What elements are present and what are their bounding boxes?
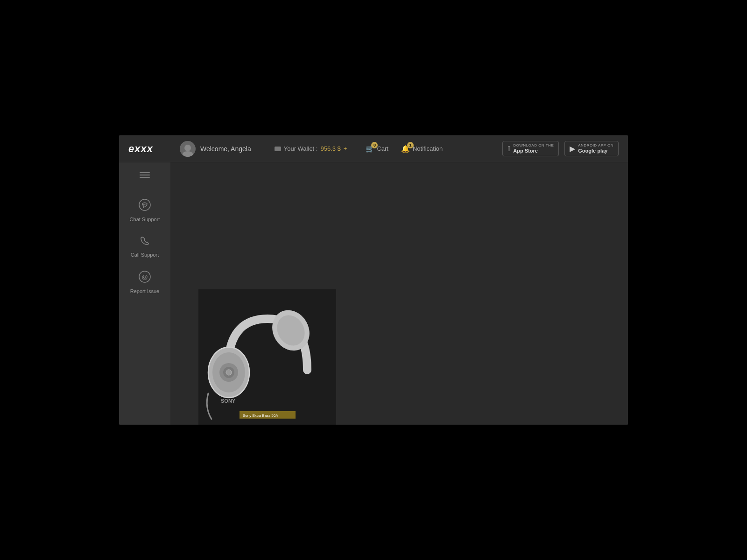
call-support-label: Call Support: [131, 252, 159, 258]
app-store-name: App Store: [513, 148, 554, 154]
report-issue-icon: @: [139, 271, 151, 286]
notification-button[interactable]: 🔔 1 Notification: [402, 145, 443, 153]
apple-icon: : [507, 145, 510, 153]
svg-point-1: [143, 204, 144, 205]
google-play-name: Google play: [578, 148, 613, 154]
app-window: exxx Welcome, Angela Your Wallet : 956.3…: [119, 135, 628, 425]
hamburger-line-3: [140, 177, 150, 178]
header: exxx Welcome, Angela Your Wallet : 956.3…: [119, 135, 628, 162]
cart-icon: 🛒 0: [366, 145, 374, 153]
chat-support-label: Chat Support: [130, 217, 160, 222]
sidebar-item-call-support[interactable]: Call Support: [119, 229, 170, 264]
svg-text:@: @: [141, 273, 148, 280]
notification-icon: 🔔 1: [402, 145, 410, 153]
hamburger-menu[interactable]: [140, 172, 150, 178]
cart-label: Cart: [377, 145, 388, 152]
google-play-icon: ▶: [570, 144, 575, 153]
header-user: Welcome, Angela Your Wallet : 956.3 $ + …: [180, 141, 502, 157]
svg-point-3: [146, 204, 147, 205]
header-actions: 🛒 0 Cart 🔔 1 Notification: [366, 145, 443, 153]
sidebar: Chat Support Call Support @ Report I: [119, 162, 170, 425]
wallet-amount: 956.3 $: [320, 145, 340, 152]
main-body: Chat Support Call Support @ Report I: [119, 162, 628, 425]
notification-label: Notification: [413, 145, 443, 152]
sidebar-item-report-issue[interactable]: @ Report Issue: [119, 264, 170, 301]
svg-point-11: [226, 370, 232, 375]
google-play-text: ANDROID APP ON Google play: [578, 143, 613, 154]
wallet-label: Your Wallet :: [284, 145, 318, 152]
google-play-top: ANDROID APP ON: [578, 143, 613, 148]
svg-point-2: [144, 204, 145, 205]
svg-text:Sony Extra Bass 50A: Sony Extra Bass 50A: [243, 413, 278, 418]
report-issue-label: Report Issue: [130, 288, 159, 294]
headphone-image: SONY Sony Extra Bass 50A: [198, 289, 336, 425]
app-store-text: Download on the App Store: [513, 143, 554, 154]
store-buttons:  Download on the App Store ▶ ANDROID AP…: [502, 141, 619, 156]
app-logo: exxx: [128, 143, 180, 155]
notification-badge: 1: [407, 142, 414, 148]
chat-support-icon: [139, 199, 151, 214]
app-store-top: Download on the: [513, 143, 554, 148]
sidebar-item-chat-support[interactable]: Chat Support: [119, 192, 170, 229]
welcome-text: Welcome, Angela: [200, 145, 251, 153]
cart-button[interactable]: 🛒 0 Cart: [366, 145, 388, 153]
wallet-section: Your Wallet : 956.3 $ +: [275, 145, 347, 152]
hamburger-line-2: [140, 175, 150, 175]
hamburger-line-1: [140, 172, 150, 173]
app-store-button[interactable]:  Download on the App Store: [502, 141, 559, 156]
avatar: [180, 141, 196, 157]
cart-badge: 0: [371, 142, 378, 148]
svg-text:SONY: SONY: [221, 398, 236, 404]
avatar-face: [180, 141, 196, 157]
content-area: SONY Sony Extra Bass 50A: [170, 162, 628, 425]
call-support-icon: [139, 235, 150, 249]
wallet-plus: +: [344, 145, 347, 152]
google-play-button[interactable]: ▶ ANDROID APP ON Google play: [564, 141, 619, 156]
product-image-container: SONY Sony Extra Bass 50A: [198, 289, 336, 425]
wallet-icon: [275, 147, 281, 151]
